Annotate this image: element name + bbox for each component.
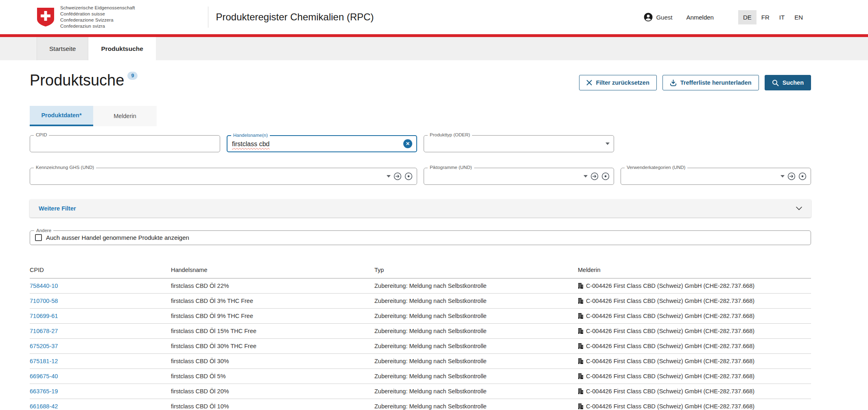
lang-it-button[interactable]: IT	[774, 10, 789, 24]
building-icon	[578, 358, 583, 364]
cpid-link[interactable]: 675205-37	[30, 343, 58, 349]
swiss-coat-of-arms-icon	[37, 7, 55, 27]
cpid-link[interactable]: 669675-40	[30, 373, 58, 379]
typ-cell: Zubereitung: Meldung nach Selbstkontroll…	[374, 328, 578, 334]
exact-match-dot-icon[interactable]	[798, 172, 807, 180]
chevron-down-icon	[606, 143, 610, 145]
typ-cell: Zubereitung: Meldung nach Selbstkontroll…	[374, 298, 578, 304]
cpid-link[interactable]: 758440-10	[30, 283, 58, 289]
download-icon	[670, 79, 677, 86]
app-header: Schweizerische Eidgenossenschaft Confédé…	[0, 0, 868, 34]
user-label: Guest	[656, 14, 672, 21]
search-form: CPID Handelsname(n) firstclass cbd ✕ Pro…	[30, 135, 811, 185]
handelsname-cell: firstclass CBD Öl 22%	[171, 283, 374, 289]
user-icon	[644, 13, 653, 22]
close-icon	[586, 80, 592, 86]
building-icon	[578, 403, 583, 409]
header-divider	[208, 7, 208, 28]
tab-startseite[interactable]: Startseite	[37, 37, 88, 60]
result-count-badge: 9	[127, 72, 138, 80]
chevron-down-icon	[584, 175, 588, 178]
cpid-link[interactable]: 710699-61	[30, 313, 58, 319]
handelsname-value: firstclass cbd	[232, 140, 269, 148]
verwenderkategorien-select[interactable]: Verwenderkategorien (UND)	[621, 168, 811, 185]
melderin-cell: C-004426 First Class CBD (Schweiz) GmbH …	[578, 403, 811, 410]
chevron-down-icon	[781, 175, 785, 178]
typ-cell: Zubereitung: Meldung nach Selbstkontroll…	[374, 403, 578, 410]
ausser-handel-checkbox[interactable]	[35, 234, 42, 241]
cpid-link[interactable]: 675181-12	[30, 358, 58, 364]
handelsname-field[interactable]: Handelsname(n) firstclass cbd ✕	[227, 135, 417, 152]
cpid-field[interactable]: CPID	[30, 135, 220, 152]
handelsname-cell: firstclass CBD Öl 30%	[171, 358, 374, 364]
andere-legend: Andere	[34, 228, 53, 233]
weitere-filter-label: Weitere Filter	[39, 205, 76, 212]
language-switcher: DE FR IT EN	[738, 10, 808, 24]
reset-filters-button[interactable]: Filter zurücksetzen	[579, 75, 656, 90]
table-row: 675205-37firstclass CBD Öl 30% THC FreeZ…	[30, 339, 811, 354]
handelsname-cell: firstclass CBD Öl 5%	[171, 373, 374, 379]
produkttyp-select[interactable]: Produkttyp (ODER)	[424, 135, 614, 152]
typ-cell: Zubereitung: Meldung nach Selbstkontroll…	[374, 313, 578, 319]
include-arrow-icon[interactable]	[590, 172, 599, 180]
tab-produktsuche[interactable]: Produktsuche	[88, 37, 155, 60]
main-navigation: Startseite Produktsuche	[0, 37, 868, 60]
search-icon	[772, 79, 779, 86]
download-results-button[interactable]: Trefferliste herunterladen	[662, 75, 759, 90]
tab-melderin[interactable]: Melderin	[93, 106, 157, 126]
melderin-cell: C-004426 First Class CBD (Schweiz) GmbH …	[578, 343, 811, 349]
building-icon	[578, 283, 583, 289]
table-row: 710699-61firstclass CBD Öl 9% THC FreeZu…	[30, 309, 811, 324]
include-arrow-icon[interactable]	[394, 172, 402, 180]
melderin-cell: C-004426 First Class CBD (Schweiz) GmbH …	[578, 313, 811, 319]
search-button[interactable]: Suchen	[765, 75, 811, 90]
results-body: 758440-10firstclass CBD Öl 22%Zubereitun…	[30, 278, 811, 410]
table-row: 710678-27firstclass CBD Öl 15% THC FreeZ…	[30, 324, 811, 339]
exact-match-dot-icon[interactable]	[404, 172, 413, 180]
table-row: 663765-19firstclass CBD Öl 20%Zubereitun…	[30, 384, 811, 399]
ghs-select[interactable]: Kennzeichnung GHS (UND)	[30, 168, 417, 185]
cpid-link[interactable]: 710700-58	[30, 298, 58, 304]
handelsname-cell: firstclass CBD Öl 30% THC Free	[171, 343, 374, 349]
typ-cell: Zubereitung: Meldung nach Selbstkontroll…	[374, 373, 578, 379]
piktogramme-select[interactable]: Piktogramme (UND)	[424, 168, 614, 185]
weitere-filter-accordion[interactable]: Weitere Filter	[30, 200, 811, 217]
table-row: 661688-42firstclass CBD Öl 10%Zubereitun…	[30, 399, 811, 410]
andere-fieldset: Andere Auch ausser Handel genommene Prod…	[30, 228, 811, 245]
table-row: 675181-12firstclass CBD Öl 30%Zubereitun…	[30, 354, 811, 369]
melderin-cell: C-004426 First Class CBD (Schweiz) GmbH …	[578, 283, 811, 289]
building-icon	[578, 298, 583, 304]
cpid-link[interactable]: 710678-27	[30, 328, 58, 334]
melderin-cell: C-004426 First Class CBD (Schweiz) GmbH …	[578, 298, 811, 304]
handelsname-cell: firstclass CBD Öl 15% THC Free	[171, 328, 374, 334]
typ-cell: Zubereitung: Meldung nach Selbstkontroll…	[374, 283, 578, 289]
melderin-cell: C-004426 First Class CBD (Schweiz) GmbH …	[578, 373, 811, 379]
handelsname-cell: firstclass CBD Öl 3% THC Free	[171, 298, 374, 304]
building-icon	[578, 388, 583, 394]
ghs-label: Kennzeichnung GHS (UND)	[34, 165, 96, 170]
tab-produktdaten[interactable]: Produktdaten*	[30, 106, 93, 126]
login-link[interactable]: Anmelden	[686, 14, 714, 21]
clear-input-icon[interactable]: ✕	[403, 139, 412, 148]
lang-en-button[interactable]: EN	[789, 10, 808, 24]
results-table: CPID Handelsname Typ Melderin 758440-10f…	[30, 261, 811, 410]
lang-de-button[interactable]: DE	[738, 10, 756, 24]
verwenderkategorien-label: Verwenderkategorien (UND)	[625, 165, 687, 170]
chevron-down-icon	[387, 175, 391, 178]
melderin-cell: C-004426 First Class CBD (Schweiz) GmbH …	[578, 358, 811, 364]
handelsname-cell: firstclass CBD Öl 20%	[171, 388, 374, 395]
confederation-wordmark: Schweizerische Eidgenossenschaft Confédé…	[60, 5, 135, 29]
user-menu[interactable]: Guest	[644, 13, 672, 22]
building-icon	[578, 343, 583, 349]
cpid-link[interactable]: 663765-19	[30, 388, 58, 395]
include-arrow-icon[interactable]	[787, 172, 796, 180]
app-title: Produkteregister Chemikalien (RPC)	[216, 11, 374, 23]
red-accent-bar	[0, 34, 868, 37]
lang-fr-button[interactable]: FR	[756, 10, 774, 24]
handelsname-cell: firstclass CBD Öl 9% THC Free	[171, 313, 374, 319]
filter-tabs: Produktdaten* Melderin	[30, 106, 811, 126]
cpid-link[interactable]: 661688-42	[30, 403, 58, 410]
table-header-row: CPID Handelsname Typ Melderin	[30, 261, 811, 278]
handelsname-label: Handelsname(n)	[231, 133, 270, 138]
exact-match-dot-icon[interactable]	[601, 172, 610, 180]
